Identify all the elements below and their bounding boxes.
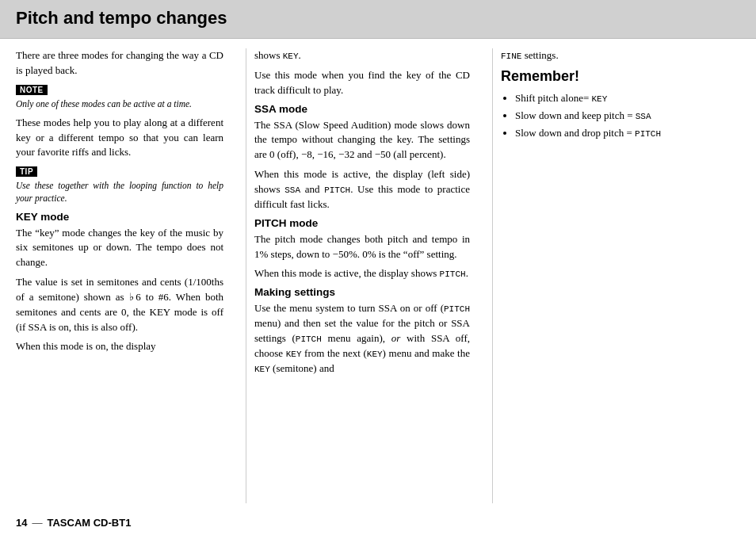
remember-item-3-text: Slow down and drop pitch = — [515, 127, 635, 139]
footer-separator: — — [32, 516, 42, 529]
fine-mono: FINE — [501, 52, 521, 61]
key-semitone-mono: KEY — [254, 365, 270, 374]
note-text: Only one of these modes can be active at… — [16, 97, 223, 110]
page: Pitch and tempo changes There are three … — [0, 0, 756, 535]
ssa-paragraph-1: The SSA (Slow Speed Audition) mode slows… — [254, 118, 470, 163]
remember-item-2: Slow down and keep pitch = SSA — [515, 107, 740, 124]
remember-item-1-text: Shift pitch alone= — [515, 92, 592, 104]
remember-heading: Remember! — [501, 68, 740, 85]
pitch-mono-1: PITCH — [324, 185, 350, 195]
pitch-mono-2: PITCH — [440, 269, 466, 279]
col-divider-1 — [246, 48, 246, 503]
tip-text: Use these together with the looping func… — [16, 179, 223, 204]
column-2: shows KEY. Use this mode when you find t… — [254, 48, 484, 503]
column-1: There are three modes for changing the w… — [16, 48, 238, 503]
pitch-paragraph-2: When this mode is active, the display sh… — [254, 266, 470, 281]
remember-item-2-mono: SSA — [636, 112, 651, 121]
pitch-menu-mono-2: PITCH — [296, 334, 322, 344]
key-paragraph-2: The value is set in semitones and cents … — [16, 275, 223, 334]
shows-key: shows KEY. — [254, 48, 470, 63]
main-content: There are three modes for changing the w… — [0, 39, 756, 511]
key-menu-mono-2: KEY — [367, 350, 383, 359]
page-header: Pitch and tempo changes — [0, 0, 756, 39]
making-settings-heading: Making settings — [254, 286, 470, 298]
key-mono: KEY — [283, 52, 299, 61]
remember-item-2-text: Slow down and keep pitch = — [515, 109, 636, 121]
brand-name: TASCAM CD-BT1 — [47, 517, 131, 529]
intro-paragraph-1: There are three modes for changing the w… — [16, 48, 223, 78]
page-title: Pitch and tempo changes — [16, 8, 740, 29]
key-paragraph-1: The “key” mode changes the key of the mu… — [16, 226, 223, 271]
intro-paragraph-2: These modes help you to play along at a … — [16, 116, 223, 161]
fine-settings: FINE settings. — [501, 48, 740, 63]
tip-block: TIP Use these together with the looping … — [16, 165, 223, 204]
remember-item-1: Shift pitch alone= KEY — [515, 90, 740, 107]
pitch-paragraph-1: The pitch mode changes both pitch and te… — [254, 232, 470, 262]
col-divider-2 — [492, 48, 493, 503]
pitch-mode-heading: PITCH mode — [254, 217, 470, 229]
pitch-menu-mono-1: PITCH — [444, 304, 470, 314]
tip-label: TIP — [16, 166, 37, 177]
key-paragraph-3: When this mode is on, the display — [16, 339, 223, 354]
remember-item-1-mono: KEY — [592, 94, 608, 104]
remember-list: Shift pitch alone= KEY Slow down and kee… — [501, 90, 740, 142]
key-menu-mono: KEY — [286, 350, 302, 359]
key-mode-heading: KEY mode — [16, 211, 223, 223]
note-label: NOTE — [16, 85, 48, 95]
page-number: 14 — [16, 517, 27, 529]
column-3: FINE settings. Remember! Shift pitch alo… — [501, 48, 740, 503]
ssa-paragraph-2: When this mode is active, the display (l… — [254, 167, 470, 212]
use-mode-paragraph: Use this mode when you find the key of t… — [254, 68, 470, 98]
making-paragraph-1: Use the menu system to turn SSA on or of… — [254, 301, 470, 376]
ssa-mono: SSA — [284, 185, 300, 195]
remember-item-3: Slow down and drop pitch = PITCH — [515, 124, 740, 142]
remember-item-3-mono: PITCH — [635, 129, 661, 139]
note-block: NOTE Only one of these modes can be acti… — [16, 83, 223, 110]
ssa-mode-heading: SSA mode — [254, 103, 470, 115]
page-footer: 14 — TASCAM CD-BT1 — [0, 511, 756, 535]
